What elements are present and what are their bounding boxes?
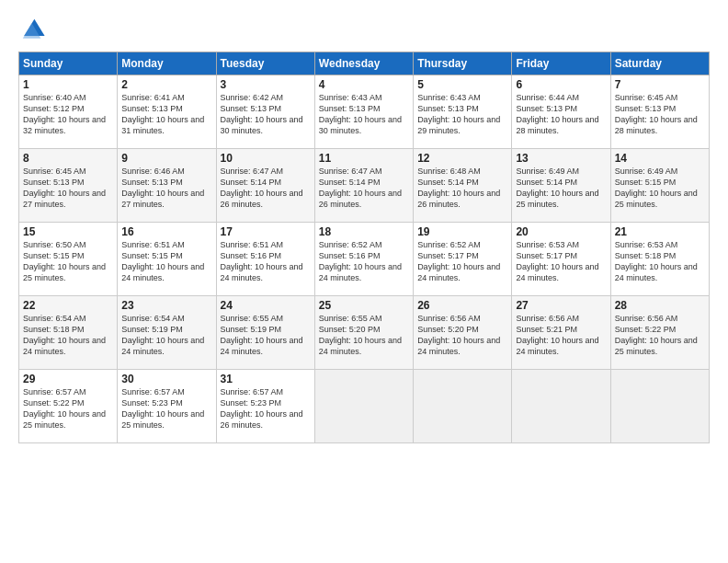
day-info: Sunrise: 6:44 AM Sunset: 5:13 PM Dayligh… (516, 92, 606, 137)
day-number: 17 (221, 225, 311, 238)
day-info: Sunrise: 6:57 AM Sunset: 5:22 PM Dayligh… (23, 386, 113, 431)
calendar-cell: 22 Sunrise: 6:54 AM Sunset: 5:18 PM Dayl… (19, 296, 118, 370)
calendar-cell: 5 Sunrise: 6:43 AM Sunset: 5:13 PM Dayli… (414, 75, 512, 149)
calendar-header-thursday: Thursday (414, 52, 512, 75)
day-info: Sunrise: 6:49 AM Sunset: 5:14 PM Dayligh… (516, 166, 606, 211)
day-info: Sunrise: 6:56 AM Sunset: 5:22 PM Dayligh… (615, 313, 705, 358)
day-number: 7 (615, 78, 705, 91)
day-info: Sunrise: 6:48 AM Sunset: 5:14 PM Dayligh… (417, 166, 507, 211)
day-info: Sunrise: 6:57 AM Sunset: 5:23 PM Dayligh… (121, 386, 211, 431)
calendar-week-row: 1 Sunrise: 6:40 AM Sunset: 5:12 PM Dayli… (19, 75, 710, 149)
day-number: 4 (319, 78, 409, 91)
calendar-cell: 19 Sunrise: 6:52 AM Sunset: 5:17 PM Dayl… (414, 223, 512, 296)
day-info: Sunrise: 6:43 AM Sunset: 5:13 PM Dayligh… (319, 92, 409, 137)
day-number: 8 (23, 152, 113, 165)
day-number: 22 (23, 299, 113, 312)
day-info: Sunrise: 6:43 AM Sunset: 5:13 PM Dayligh… (417, 92, 507, 137)
calendar-cell: 28 Sunrise: 6:56 AM Sunset: 5:22 PM Dayl… (610, 296, 709, 370)
day-number: 26 (417, 299, 507, 312)
day-info: Sunrise: 6:55 AM Sunset: 5:19 PM Dayligh… (221, 313, 311, 358)
day-number: 27 (516, 299, 606, 312)
day-number: 2 (121, 78, 211, 91)
calendar-cell: 13 Sunrise: 6:49 AM Sunset: 5:14 PM Dayl… (512, 149, 610, 223)
day-info: Sunrise: 6:47 AM Sunset: 5:14 PM Dayligh… (319, 166, 409, 211)
calendar-week-row: 29 Sunrise: 6:57 AM Sunset: 5:22 PM Dayl… (19, 370, 710, 443)
calendar-cell: 16 Sunrise: 6:51 AM Sunset: 5:15 PM Dayl… (118, 223, 216, 296)
day-number: 18 (319, 225, 409, 238)
day-info: Sunrise: 6:47 AM Sunset: 5:14 PM Dayligh… (221, 166, 311, 211)
day-number: 15 (23, 225, 113, 238)
day-info: Sunrise: 6:56 AM Sunset: 5:20 PM Dayligh… (417, 313, 507, 358)
calendar-cell: 7 Sunrise: 6:45 AM Sunset: 5:13 PM Dayli… (610, 75, 709, 149)
day-number: 28 (615, 299, 705, 312)
day-info: Sunrise: 6:54 AM Sunset: 5:18 PM Dayligh… (23, 313, 113, 358)
day-info: Sunrise: 6:51 AM Sunset: 5:16 PM Dayligh… (221, 239, 311, 284)
day-number: 19 (417, 225, 507, 238)
calendar-cell: 4 Sunrise: 6:43 AM Sunset: 5:13 PM Dayli… (314, 75, 413, 149)
day-number: 24 (221, 299, 311, 312)
calendar-header-saturday: Saturday (610, 52, 709, 75)
calendar-cell: 1 Sunrise: 6:40 AM Sunset: 5:12 PM Dayli… (19, 75, 118, 149)
calendar-header-row: SundayMondayTuesdayWednesdayThursdayFrid… (19, 52, 710, 75)
header (18, 17, 710, 42)
day-info: Sunrise: 6:42 AM Sunset: 5:13 PM Dayligh… (221, 92, 311, 137)
calendar-cell: 3 Sunrise: 6:42 AM Sunset: 5:13 PM Dayli… (216, 75, 314, 149)
calendar-cell (610, 370, 709, 443)
day-info: Sunrise: 6:56 AM Sunset: 5:21 PM Dayligh… (516, 313, 606, 358)
day-number: 5 (417, 78, 507, 91)
calendar-cell: 23 Sunrise: 6:54 AM Sunset: 5:19 PM Dayl… (118, 296, 216, 370)
day-number: 1 (23, 78, 113, 91)
day-info: Sunrise: 6:45 AM Sunset: 5:13 PM Dayligh… (23, 166, 113, 211)
day-info: Sunrise: 6:55 AM Sunset: 5:20 PM Dayligh… (319, 313, 409, 358)
day-number: 9 (121, 152, 211, 165)
day-info: Sunrise: 6:45 AM Sunset: 5:13 PM Dayligh… (615, 92, 705, 137)
calendar-cell: 8 Sunrise: 6:45 AM Sunset: 5:13 PM Dayli… (19, 149, 118, 223)
calendar-cell: 14 Sunrise: 6:49 AM Sunset: 5:15 PM Dayl… (610, 149, 709, 223)
calendar-week-row: 15 Sunrise: 6:50 AM Sunset: 5:15 PM Dayl… (19, 223, 710, 296)
calendar-header-monday: Monday (118, 52, 216, 75)
day-info: Sunrise: 6:53 AM Sunset: 5:18 PM Dayligh… (615, 239, 705, 284)
calendar-cell: 30 Sunrise: 6:57 AM Sunset: 5:23 PM Dayl… (118, 370, 216, 443)
calendar-cell: 15 Sunrise: 6:50 AM Sunset: 5:15 PM Dayl… (19, 223, 118, 296)
calendar-cell: 2 Sunrise: 6:41 AM Sunset: 5:13 PM Dayli… (118, 75, 216, 149)
day-number: 30 (121, 373, 211, 385)
day-number: 23 (121, 299, 211, 312)
calendar-cell: 31 Sunrise: 6:57 AM Sunset: 5:23 PM Dayl… (216, 370, 314, 443)
day-info: Sunrise: 6:50 AM Sunset: 5:15 PM Dayligh… (23, 239, 113, 284)
day-number: 21 (615, 225, 705, 238)
day-number: 29 (23, 373, 113, 385)
calendar-cell: 24 Sunrise: 6:55 AM Sunset: 5:19 PM Dayl… (216, 296, 314, 370)
calendar-table: SundayMondayTuesdayWednesdayThursdayFrid… (18, 52, 710, 443)
day-info: Sunrise: 6:52 AM Sunset: 5:16 PM Dayligh… (319, 239, 409, 284)
day-number: 20 (516, 225, 606, 238)
day-info: Sunrise: 6:52 AM Sunset: 5:17 PM Dayligh… (417, 239, 507, 284)
calendar-week-row: 22 Sunrise: 6:54 AM Sunset: 5:18 PM Dayl… (19, 296, 710, 370)
day-number: 12 (417, 152, 507, 165)
day-info: Sunrise: 6:49 AM Sunset: 5:15 PM Dayligh… (615, 166, 705, 211)
day-number: 31 (221, 373, 311, 385)
day-number: 16 (121, 225, 211, 238)
calendar-cell: 12 Sunrise: 6:48 AM Sunset: 5:14 PM Dayl… (414, 149, 512, 223)
calendar-cell: 20 Sunrise: 6:53 AM Sunset: 5:17 PM Dayl… (512, 223, 610, 296)
day-info: Sunrise: 6:54 AM Sunset: 5:19 PM Dayligh… (121, 313, 211, 358)
day-number: 6 (516, 78, 606, 91)
calendar-header-tuesday: Tuesday (216, 52, 314, 75)
calendar-cell: 18 Sunrise: 6:52 AM Sunset: 5:16 PM Dayl… (314, 223, 413, 296)
calendar-cell: 10 Sunrise: 6:47 AM Sunset: 5:14 PM Dayl… (216, 149, 314, 223)
calendar-header-sunday: Sunday (19, 52, 118, 75)
day-number: 10 (221, 152, 311, 165)
day-number: 3 (221, 78, 311, 91)
calendar-cell: 29 Sunrise: 6:57 AM Sunset: 5:22 PM Dayl… (19, 370, 118, 443)
calendar-header-wednesday: Wednesday (314, 52, 413, 75)
logo-icon (20, 17, 46, 42)
calendar-cell: 26 Sunrise: 6:56 AM Sunset: 5:20 PM Dayl… (414, 296, 512, 370)
calendar-cell (512, 370, 610, 443)
calendar-cell: 17 Sunrise: 6:51 AM Sunset: 5:16 PM Dayl… (216, 223, 314, 296)
day-number: 11 (319, 152, 409, 165)
calendar-header-friday: Friday (512, 52, 610, 75)
day-info: Sunrise: 6:40 AM Sunset: 5:12 PM Dayligh… (23, 92, 113, 137)
day-info: Sunrise: 6:46 AM Sunset: 5:13 PM Dayligh… (121, 166, 211, 211)
day-info: Sunrise: 6:51 AM Sunset: 5:15 PM Dayligh… (121, 239, 211, 284)
calendar-cell (414, 370, 512, 443)
calendar-cell: 11 Sunrise: 6:47 AM Sunset: 5:14 PM Dayl… (314, 149, 413, 223)
